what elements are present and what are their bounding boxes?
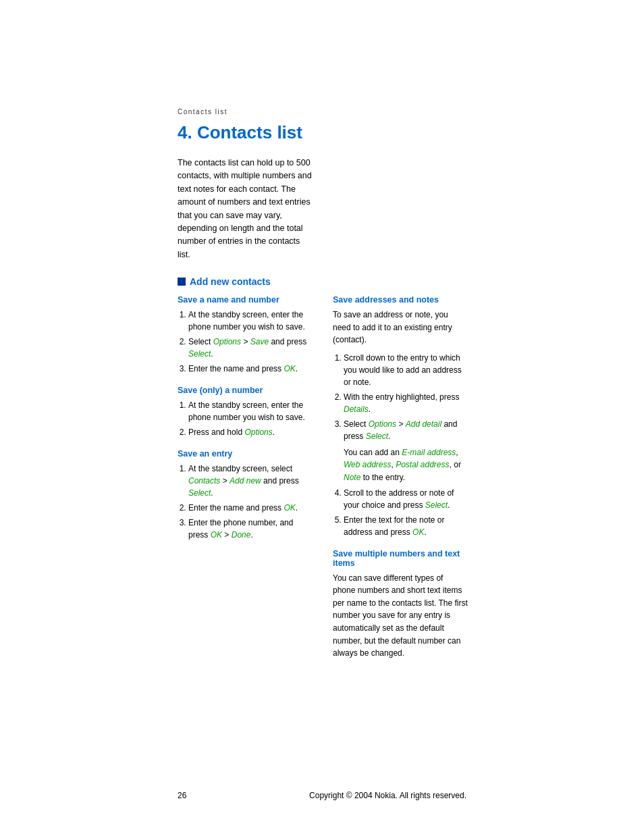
save-entry-title: Save an entry	[178, 449, 313, 459]
page: Contacts list 4. Contacts list The conta…	[0, 0, 644, 834]
select-link: Select	[188, 349, 211, 359]
save-addresses-title: Save addresses and notes	[333, 295, 468, 305]
select-link: Select	[188, 488, 211, 498]
ok-done-link: OK	[211, 530, 222, 540]
list-item: Enter the name and press OK.	[188, 502, 313, 514]
list-item: Select Options > Add detail and press Se…	[344, 418, 468, 484]
save-multiple-body: You can save different types of phone nu…	[333, 572, 468, 660]
save-entry-list: At the standby screen, select Contacts >…	[178, 463, 313, 541]
save-only-number-section: Save (only) a number At the standby scre…	[178, 386, 313, 438]
left-column: Save a name and number At the standby sc…	[178, 295, 313, 552]
options-link: Options	[244, 427, 272, 437]
web-link: Web address	[344, 460, 391, 469]
list-item: Scroll down to the entry to which you wo…	[344, 352, 468, 388]
note-link: Note	[344, 473, 360, 482]
page-footer: 26 Copyright © 2004 Nokia. All rights re…	[0, 791, 644, 800]
chapter-title: 4. Contacts list	[178, 122, 466, 143]
ok-link: OK	[412, 527, 424, 537]
page-number: 26	[178, 791, 186, 800]
save-name-number-section: Save a name and number At the standby sc…	[178, 295, 313, 375]
save-multiple-section: Save multiple numbers and text items You…	[333, 549, 468, 660]
chapter-number: 4.	[178, 122, 192, 142]
save-name-number-title: Save a name and number	[178, 295, 313, 305]
save-only-number-title: Save (only) a number	[178, 386, 313, 395]
copyright: Copyright © 2004 Nokia. All rights reser…	[309, 791, 466, 800]
save-multiple-title: Save multiple numbers and text items	[333, 549, 468, 568]
list-item: Enter the phone number, and press OK > D…	[188, 517, 313, 541]
add-detail-link: Add detail	[406, 419, 441, 429]
intro-paragraph: The contacts list can hold up to 500 con…	[178, 157, 313, 261]
list-item: At the standby screen, select Contacts >…	[188, 463, 313, 499]
select-link: Select	[425, 500, 448, 510]
done-link: Done	[232, 530, 251, 540]
options-link: Options	[213, 337, 241, 346]
options-link: Options	[369, 419, 396, 429]
list-item: Select Options > Save and press Select.	[188, 336, 313, 360]
save-link: Save	[250, 337, 269, 346]
details-link: Details	[344, 405, 369, 414]
blue-square-icon	[178, 278, 186, 286]
two-column-layout: Save a name and number At the standby sc…	[178, 295, 466, 671]
list-item: With the entry highlighted, press Detail…	[344, 391, 468, 415]
postal-link: Postal address	[396, 460, 449, 469]
chapter-name: Contacts list	[197, 122, 302, 142]
save-addresses-intro: To save an address or note, you need to …	[333, 309, 468, 346]
breadcrumb: Contacts list	[178, 108, 466, 115]
email-link: E-mail address	[402, 448, 456, 457]
save-addresses-list: Scroll down to the entry to which you wo…	[333, 352, 468, 538]
save-addresses-section: Save addresses and notes To save an addr…	[333, 295, 468, 538]
contacts-link: Contacts	[188, 476, 220, 486]
add-new-contacts-label: Add new contacts	[190, 276, 271, 287]
list-item: At the standby screen, enter the phone n…	[188, 399, 313, 423]
select-link: Select	[366, 432, 388, 441]
list-item: Enter the name and press OK.	[188, 363, 313, 375]
save-only-number-list: At the standby screen, enter the phone n…	[178, 399, 313, 438]
save-entry-section: Save an entry At the standby screen, sel…	[178, 449, 313, 541]
list-item: Scroll to the address or note of your ch…	[344, 487, 468, 511]
ok-link: OK	[284, 364, 295, 373]
add-new-contacts-heading: Add new contacts	[178, 276, 466, 287]
note-text: You can add an E-mail address, Web addre…	[344, 446, 468, 484]
list-item: Press and hold Options.	[188, 426, 313, 438]
list-item: Enter the text for the note or address a…	[344, 514, 468, 538]
right-column: Save addresses and notes To save an addr…	[333, 295, 468, 671]
save-name-number-list: At the standby screen, enter the phone n…	[178, 309, 313, 375]
add-new-link: Add new	[230, 476, 261, 486]
list-item: At the standby screen, enter the phone n…	[188, 309, 313, 333]
ok-link: OK	[284, 503, 295, 513]
